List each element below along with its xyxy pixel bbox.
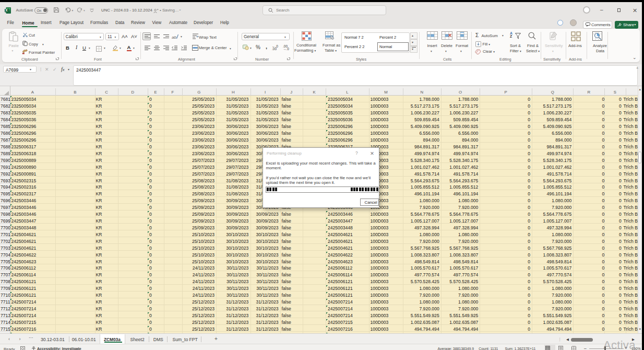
svg-text:ab: ab: [172, 34, 176, 39]
svg-text:X: X: [5, 8, 8, 12]
